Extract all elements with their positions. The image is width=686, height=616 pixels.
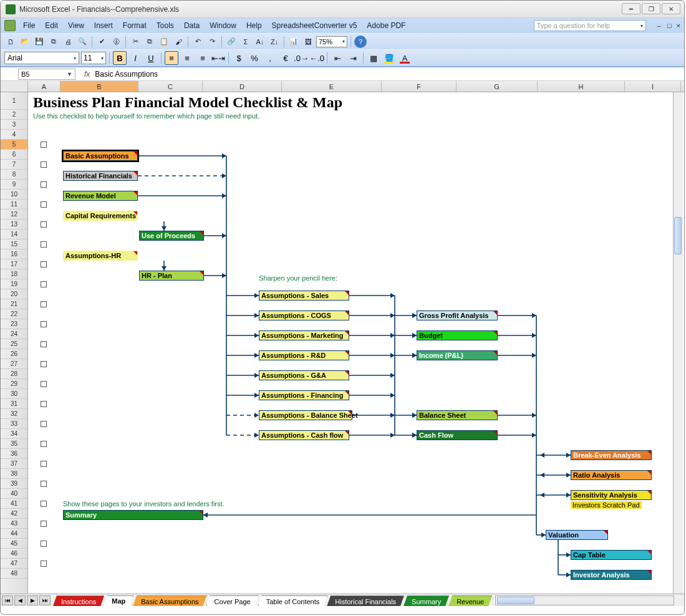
print-icon[interactable]: 🖨 [62, 36, 74, 48]
maximize-button[interactable]: ❐ [642, 3, 660, 14]
node-balsheet[interactable]: Balance Sheet [417, 410, 498, 420]
row-header-39[interactable]: 39 [1, 479, 27, 489]
row-header-23[interactable]: 23 [1, 319, 27, 329]
node-afin[interactable]: Assumptions - Financing [259, 390, 349, 400]
tab-nav-first[interactable]: ⏮ [2, 595, 13, 605]
align-center-button[interactable]: ≡ [180, 51, 194, 65]
col-header-H[interactable]: H [538, 81, 625, 92]
sort-desc-icon[interactable]: Z↓ [268, 36, 281, 48]
horizontal-scroll-thumb[interactable] [497, 597, 534, 604]
node-amkt[interactable]: Assumptions - Marketing [259, 330, 349, 340]
saveall-icon[interactable]: ⧉ [47, 36, 60, 48]
row-header-46[interactable]: 46 [1, 549, 27, 559]
node-income[interactable]: Income (P&L) [417, 350, 498, 360]
row-header-27[interactable]: 27 [1, 359, 27, 369]
row-header-8[interactable]: 8 [1, 170, 27, 180]
row-header-25[interactable]: 25 [1, 339, 27, 349]
row-header-31[interactable]: 31 [1, 399, 27, 409]
node-budget[interactable]: Budget [417, 330, 498, 340]
row-header-13[interactable]: 13 [1, 219, 27, 229]
node-hist[interactable]: Historical Financials [63, 171, 138, 181]
row-header-11[interactable]: 11 [1, 200, 27, 209]
node-abs[interactable]: Assumptions - Balance Sheet [259, 410, 352, 420]
node-captable[interactable]: Cap Table [571, 550, 652, 560]
format-painter-icon[interactable]: 🖌 [172, 36, 185, 48]
node-ratio[interactable]: Ratio Analysis [571, 470, 652, 480]
checkbox-row-23[interactable] [41, 321, 47, 327]
node-gpa[interactable]: Gross Profit Analysis [417, 310, 498, 320]
row-header-5[interactable]: 5 [1, 140, 27, 150]
checkbox-row-33[interactable] [41, 421, 47, 427]
checkbox-row-27[interactable] [41, 361, 47, 367]
menu-file[interactable]: File [18, 20, 40, 31]
checkbox-row-13[interactable] [41, 221, 47, 228]
row-header-6[interactable]: 6 [1, 150, 27, 160]
zoom-combobox[interactable]: 75%▾ [316, 36, 347, 47]
row-header-45[interactable]: 45 [1, 539, 27, 549]
node-summary[interactable]: Summary [63, 510, 203, 520]
increase-indent-button[interactable]: ⇥ [346, 51, 360, 65]
menu-view[interactable]: View [63, 20, 89, 31]
fx-icon[interactable]: fx [84, 70, 90, 79]
node-cflow[interactable]: Cash Flow [417, 430, 498, 440]
name-box[interactable]: B5▼ [18, 69, 75, 80]
help-icon[interactable]: ? [354, 36, 367, 48]
row-header-7[interactable]: 7 [1, 160, 27, 170]
doc-close[interactable]: × [677, 22, 680, 29]
formula-value[interactable]: Basic Assumptions [95, 70, 158, 79]
row-header-1[interactable]: 1 [1, 92, 27, 110]
autosum-icon[interactable]: Σ [239, 36, 252, 48]
row-header-28[interactable]: 28 [1, 369, 27, 379]
fill-color-button[interactable]: 🪣 [382, 51, 396, 65]
minimize-button[interactable]: ━ [622, 3, 640, 14]
row-header-18[interactable]: 18 [1, 269, 27, 279]
decrease-decimal-button[interactable]: ←.0 [310, 51, 324, 65]
tab-nav-last[interactable]: ⏭ [39, 595, 51, 605]
italic-button[interactable]: I [128, 51, 142, 65]
node-ard[interactable]: Assumptions - R&D [259, 350, 349, 360]
bold-button[interactable]: B [113, 51, 127, 65]
menu-spreadsheetconverter[interactable]: SpreadsheetConverter v5 [267, 20, 362, 31]
col-header-C[interactable]: C [138, 81, 203, 92]
col-header-B[interactable]: B [60, 81, 138, 92]
node-hrplan[interactable]: HR - Plan [139, 271, 204, 281]
node-acf[interactable]: Assumptions - Cash flow [259, 430, 349, 440]
borders-button[interactable]: ▦ [367, 51, 380, 65]
spellcheck-icon[interactable]: ✔ [95, 36, 108, 48]
font-name-combobox[interactable]: Arial▾ [4, 52, 79, 64]
node-bea[interactable]: Break-Even Analysis [571, 450, 652, 460]
row-header-48[interactable]: 48 [1, 569, 27, 579]
row-header-2[interactable]: 2 [1, 110, 27, 120]
checkbox-row-7[interactable] [41, 161, 47, 168]
sheet-tab-cover-page[interactable]: Cover Page [206, 595, 259, 606]
row-header-37[interactable]: 37 [1, 459, 27, 469]
row-header-14[interactable]: 14 [1, 229, 27, 239]
vertical-scroll-thumb[interactable] [674, 217, 682, 254]
sheet-tab-historical-financials[interactable]: Historical Financials [327, 595, 404, 606]
row-header-10[interactable]: 10 [1, 190, 27, 200]
checkbox-row-29[interactable] [41, 381, 47, 387]
menu-help[interactable]: Help [241, 20, 267, 31]
node-aga[interactable]: Assumptions - G&A [259, 370, 349, 380]
checkbox-row-5[interactable] [41, 142, 47, 148]
row-header-32[interactable]: 32 [1, 409, 27, 419]
new-doc-icon[interactable]: 🗋 [4, 36, 17, 48]
sheet-tab-table-of-contents[interactable]: Table of Contents [258, 595, 328, 606]
horizontal-scrollbar[interactable] [495, 595, 674, 605]
sheet-tab-basic-assumptions[interactable]: Basic Assumptions [133, 595, 206, 606]
euro-button[interactable]: € [279, 51, 292, 65]
hyperlink-icon[interactable]: 🔗 [225, 36, 238, 48]
tab-nav-prev[interactable]: ◀ [14, 595, 26, 605]
col-header-F[interactable]: F [382, 81, 457, 92]
merge-center-button[interactable]: ⇤⇥ [211, 51, 225, 65]
sheet-tab-summary[interactable]: Summary [403, 595, 449, 606]
drawing-icon[interactable]: 🖼 [302, 36, 314, 48]
col-header-E[interactable]: E [282, 81, 382, 92]
chart-icon[interactable]: 📊 [287, 36, 300, 48]
row-header-30[interactable]: 30 [1, 389, 27, 399]
copy-icon[interactable]: ⧉ [143, 36, 156, 48]
checkbox-row-39[interactable] [41, 481, 47, 487]
checkbox-row-41[interactable] [41, 501, 47, 507]
menu-data[interactable]: Data [179, 20, 205, 31]
row-header-42[interactable]: 42 [1, 509, 27, 519]
